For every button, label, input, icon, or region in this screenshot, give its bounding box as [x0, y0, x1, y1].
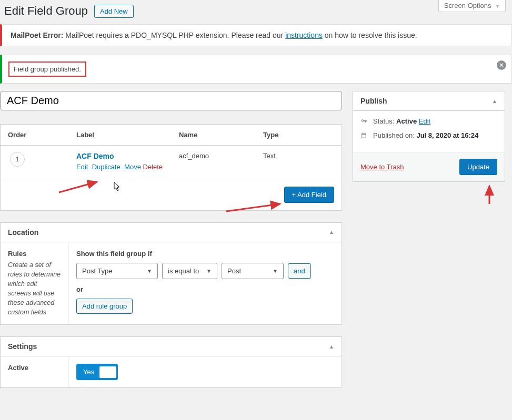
published-label: Published on:	[373, 131, 415, 139]
col-type: Type	[263, 131, 334, 139]
rules-desc: Create a set of rules to determine which…	[8, 260, 61, 317]
status-value: Active	[396, 117, 417, 125]
location-title: Location	[8, 228, 38, 237]
rule-and-button[interactable]: and	[288, 263, 311, 279]
chevron-down-icon: ▼	[273, 268, 278, 274]
fields-panel: Order Label Name Type 1 ACF Demo Edit Du…	[0, 124, 342, 211]
published-value: Jul 8, 2020 at 16:24	[416, 131, 478, 139]
rule-or-label: or	[76, 285, 334, 293]
publish-panel: Publish ▲ Status: Active Edit	[353, 91, 505, 182]
calendar-icon	[360, 132, 368, 139]
error-notice: MailPoet Error: MailPoet requires a PDO_…	[0, 24, 512, 46]
active-toggle-label: Yes	[78, 365, 99, 378]
status-label: Status:	[373, 117, 394, 125]
published-notice: Field group published. ✕	[0, 55, 512, 84]
field-label-link[interactable]: ACF Demo	[76, 152, 114, 160]
chevron-down-icon: ▼	[206, 268, 212, 274]
location-prompt: Show this field group if	[76, 250, 334, 258]
chevron-down-icon: ▼	[147, 268, 152, 274]
rule-value-select[interactable]: Post ▼	[222, 263, 284, 279]
rule-value-value: Post	[227, 267, 241, 275]
active-label: Active	[1, 356, 69, 387]
chevron-down-icon: ▼	[495, 4, 500, 9]
settings-title: Settings	[8, 342, 37, 351]
error-text-pre: MailPoet requires a PDO_MYSQL PHP extens…	[63, 31, 285, 39]
col-name: Name	[179, 131, 263, 139]
toggle-knob	[99, 366, 116, 378]
rule-operator-select[interactable]: is equal to ▼	[162, 263, 217, 279]
published-notice-text: Field group published.	[8, 62, 86, 77]
col-order: Order	[8, 131, 76, 139]
rule-param-select[interactable]: Post Type ▼	[76, 263, 158, 279]
move-to-trash-link[interactable]: Move to Trash	[360, 163, 404, 171]
error-label: MailPoet Error:	[11, 31, 63, 39]
update-button[interactable]: Update	[459, 159, 497, 175]
status-edit-link[interactable]: Edit	[419, 117, 430, 125]
collapse-icon[interactable]: ▲	[329, 229, 334, 235]
active-toggle[interactable]: Yes	[76, 364, 118, 380]
screen-options-tab[interactable]: Screen Options ▼	[438, 0, 506, 12]
field-delete-link[interactable]: Delete	[143, 163, 163, 171]
dismiss-notice-button[interactable]: ✕	[497, 60, 506, 70]
page-title: Edit Field Group	[4, 4, 88, 18]
publish-title: Publish	[360, 97, 387, 105]
add-new-button[interactable]: Add New	[94, 5, 134, 18]
error-text-post: on how to resolve this issue.	[323, 31, 417, 39]
field-duplicate-link[interactable]: Duplicate	[92, 163, 121, 171]
rules-label: Rules	[8, 250, 61, 258]
field-move-link[interactable]: Move	[124, 163, 141, 171]
location-panel: Location ▲ Rules Create a set of rules t…	[0, 222, 342, 325]
collapse-icon[interactable]: ▲	[492, 98, 497, 104]
field-order-badge: 1	[10, 152, 25, 167]
add-rule-group-button[interactable]: Add rule group	[76, 299, 133, 314]
rule-param-value: Post Type	[82, 267, 113, 275]
field-group-title-input[interactable]	[0, 91, 342, 110]
field-edit-link[interactable]: Edit	[76, 163, 88, 171]
settings-panel: Settings ▲ Active Yes	[0, 336, 342, 388]
field-row[interactable]: 1 ACF Demo Edit Duplicate Move Delete ac…	[1, 146, 342, 179]
collapse-icon[interactable]: ▲	[329, 344, 334, 350]
key-icon	[360, 118, 368, 125]
add-field-button[interactable]: + Add Field	[284, 187, 334, 203]
rule-operator-value: is equal to	[168, 267, 199, 275]
error-instructions-link[interactable]: instructions	[285, 31, 323, 39]
screen-options-label: Screen Options	[444, 2, 491, 9]
col-label: Label	[76, 131, 179, 139]
field-type-text: Text	[263, 152, 334, 160]
field-name-text: acf_demo	[179, 152, 263, 160]
